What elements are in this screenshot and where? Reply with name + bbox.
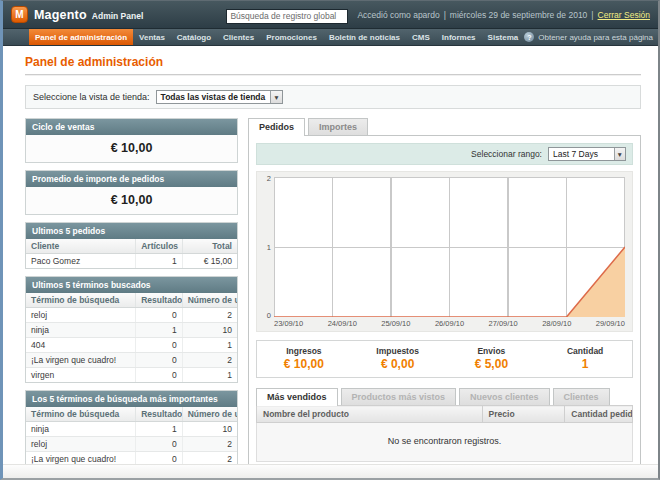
cell-uses: 1 [182,338,237,353]
tab-new-customers[interactable]: Nuevos clientes [459,388,550,405]
range-bar: Seleccionar rango: Last 7 Days ▼ [256,143,633,165]
col-header-uses: Número de usos [182,407,237,422]
tab-most-viewed[interactable]: Productos más vistos [341,388,457,405]
logo-subtitle: Admin Panel [92,11,143,21]
nav-item-newsletter[interactable]: Boletín de noticias [323,29,406,45]
nav-item-dashboard[interactable]: Panel de administración [29,29,133,45]
nav-item-customers[interactable]: Clientes [217,29,260,45]
top-search-table: Término de búsqueda Resultados Número de… [26,407,237,464]
last-orders-title: Ultimos 5 pedidos [26,223,237,239]
nav-item-sales[interactable]: Ventas [133,29,171,45]
footer-strip [3,464,658,478]
cell-term: ¡La virgen que cuadro! [26,452,136,465]
x-tick: 23/09/10 [274,319,303,328]
tab-orders[interactable]: Pedidos [248,118,305,136]
cell-customer: Paco Gomez [26,254,136,269]
lifetime-sales-title: Ciclo de ventas [26,119,237,135]
search-term-row[interactable]: 404 0 1 [26,338,237,353]
x-tick: 29/09/10 [596,319,625,328]
col-header-product: Nombre del producto [257,406,483,423]
range-select[interactable]: Last 7 Days ▼ [548,147,626,161]
last-search-title: Ultimos 5 términos buscados [26,277,237,293]
cell-term: ninja [26,422,136,437]
cell-results: 0 [136,353,182,368]
tab-customers[interactable]: Clientes [553,388,610,405]
x-tick: 24/09/10 [328,319,357,328]
total-label: Cantidad [538,346,632,356]
chart-tabs: Pedidos Importes [248,118,641,135]
logout-link[interactable]: Cerrar Sesión [598,10,650,20]
total-tax: Impuestos € 0,00 [351,346,445,371]
last-search-widget: Ultimos 5 términos buscados Término de b… [25,276,238,383]
x-tick: 27/09/10 [489,319,518,328]
magento-logo-icon: M [11,6,28,23]
y-tick: 0 [267,311,271,320]
cell-term: reloj [26,308,136,323]
chart-y-axis: 2 1 0 [260,177,274,317]
get-help-label: Obtener ayuda para esta página [538,33,653,42]
store-view-value: Todas las vistas de tienda [157,92,271,102]
y-tick: 2 [267,174,271,183]
page-title: Panel de administración [25,55,641,69]
global-search [226,5,348,24]
total-quantity: Cantidad 1 [538,346,632,371]
totals-bar: Ingresos € 10,00 Impuestos € 0,00 Envios… [256,340,633,378]
nav-item-reports[interactable]: Informes [436,29,482,45]
cell-uses: 10 [182,422,237,437]
cell-uses: 10 [182,323,237,338]
range-label: Seleccionar rango: [471,149,542,159]
tab-bestsellers[interactable]: Más vendidos [256,388,338,406]
search-term-row[interactable]: ¡La virgen que cuadro! 0 2 [26,353,237,368]
header-meta: Accedió como apardo | miércoles 29 de se… [357,10,650,20]
col-header-term: Término de búsqueda [26,293,136,308]
search-term-row[interactable]: virgen 0 1 [26,368,237,383]
cell-results: 0 [136,452,182,465]
search-term-row[interactable]: reloj 0 2 [26,308,237,323]
search-term-row[interactable]: reloj 0 2 [26,437,237,452]
search-term-row[interactable]: ninja 1 10 [26,323,237,338]
meta-divider: | [444,10,446,20]
orders-chart: 2 1 0 23/09/10 24/09/10 25/09/10 [256,171,633,332]
col-header-customer: Cliente [26,239,136,254]
total-label: Envios [445,346,539,356]
total-label: Impuestos [351,346,445,356]
col-header-total: Total [182,239,237,254]
cell-results: 0 [136,308,182,323]
chart-plot-area [274,177,625,317]
search-term-row[interactable]: ¡La virgen que cuadro! 0 2 [26,452,237,465]
total-value: 1 [538,357,632,371]
cell-uses: 2 [182,437,237,452]
col-header-results: Resultados [136,407,182,422]
search-term-row[interactable]: ninja 1 10 [26,422,237,437]
chart-x-axis: 23/09/10 24/09/10 25/09/10 26/09/10 27/0… [274,317,625,328]
get-help-link[interactable]: ? Obtener ayuda para esta página [524,29,660,45]
nav-item-cms[interactable]: CMS [406,29,436,45]
col-header-qty: Cantidad pedida [565,406,633,423]
cell-results: 1 [136,323,182,338]
store-view-select[interactable]: Todas las vistas de tienda ▼ [156,90,283,104]
total-value: € 5,00 [445,357,539,371]
page-content: Panel de administración Seleccione la vi… [3,46,658,464]
cell-term: ¡La virgen que cuadro! [26,353,136,368]
tab-amounts[interactable]: Importes [308,118,368,135]
chevron-down-icon: ▼ [270,91,281,103]
nav-item-catalog[interactable]: Catálogo [171,29,217,45]
order-row[interactable]: Paco Gomez 1 € 15,00 [26,254,237,269]
col-header-uses: Número de usos [182,293,237,308]
top-search-widget: Los 5 términos de búsqueda más important… [25,390,238,464]
lifetime-sales-value: € 10,00 [26,135,237,162]
nav-item-promotions[interactable]: Promociones [260,29,323,45]
dashboard-main: Pedidos Importes Seleccionar rango: Last… [248,118,641,464]
last-orders-table: Cliente Artículos Total Paco Gomez 1 € 1… [26,239,237,268]
store-view-label: Seleccione la vista de tienda: [33,92,150,102]
cell-term: 404 [26,338,136,353]
magento-logo: M Magento Admin Panel [11,6,143,23]
admin-window: M Magento Admin Panel Accedió como apard… [0,0,660,480]
total-value: € 10,00 [257,357,351,371]
total-value: € 0,00 [351,357,445,371]
global-search-input[interactable] [226,9,348,24]
nav-item-system[interactable]: Sistema [482,29,525,45]
total-shipping: Envios € 5,00 [445,346,539,371]
col-header-price: Precio [482,406,565,423]
average-orders-widget: Promedio de importe de pedidos € 10,00 [25,170,238,215]
